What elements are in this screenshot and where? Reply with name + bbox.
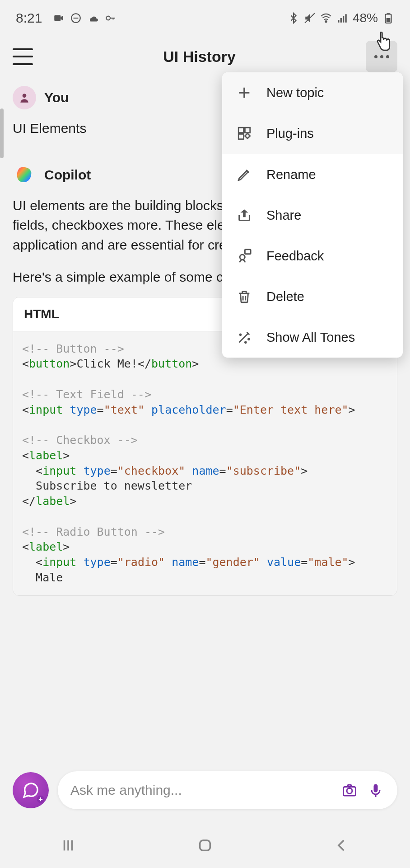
code-language-label: HTML xyxy=(24,307,59,321)
svg-rect-19 xyxy=(245,127,250,132)
menu-label: Feedback xyxy=(266,249,324,264)
nav-recent-icon[interactable] xyxy=(59,836,77,854)
android-navbar xyxy=(0,823,410,868)
code-body: <!-- Button --> <button>Click Me!</butto… xyxy=(13,331,397,595)
svg-rect-0 xyxy=(55,15,61,21)
input-bar: Ask me anything... xyxy=(0,771,410,809)
user-name: You xyxy=(44,90,69,105)
battery-pct: 48% xyxy=(353,11,378,25)
svg-rect-11 xyxy=(345,14,346,22)
svg-point-27 xyxy=(245,342,246,343)
svg-point-26 xyxy=(248,339,250,340)
nav-back-icon[interactable] xyxy=(333,836,351,854)
status-bar: 8:21 48% xyxy=(0,0,410,36)
options-menu: New topic Plug-ins Rename Share Feedback… xyxy=(222,72,403,358)
plus-icon xyxy=(236,84,253,101)
app-header: UI History xyxy=(0,36,410,77)
chat-input[interactable]: Ask me anything... xyxy=(58,771,397,809)
new-topic-fab[interactable] xyxy=(13,772,49,808)
svg-point-32 xyxy=(347,788,352,794)
nav-home-icon[interactable] xyxy=(196,836,214,854)
page-title: UI History xyxy=(33,48,366,66)
mic-icon[interactable] xyxy=(367,781,385,799)
menu-label: Show All Tones xyxy=(266,330,355,345)
menu-item-new-topic[interactable]: New topic xyxy=(222,72,403,113)
wifi-icon xyxy=(320,12,332,24)
cursor-icon xyxy=(374,32,392,57)
svg-rect-9 xyxy=(340,18,342,23)
menu-label: New topic xyxy=(266,85,324,100)
battery-icon xyxy=(382,12,394,24)
menu-item-show-tones[interactable]: Show All Tones xyxy=(222,317,403,358)
svg-point-7 xyxy=(325,21,326,22)
menu-label: Share xyxy=(266,208,301,223)
share-icon xyxy=(236,207,253,224)
wand-icon xyxy=(236,329,253,346)
svg-rect-20 xyxy=(238,134,243,139)
assistant-name: Copilot xyxy=(44,167,91,183)
menu-item-rename[interactable]: Rename xyxy=(222,154,403,195)
svg-rect-14 xyxy=(387,18,391,22)
svg-rect-38 xyxy=(200,840,210,851)
camera-icon xyxy=(53,12,65,24)
bluetooth-icon xyxy=(288,12,299,24)
menu-item-feedback[interactable]: Feedback xyxy=(222,236,403,276)
cloud-icon xyxy=(87,12,99,24)
svg-point-25 xyxy=(240,334,241,335)
svg-rect-22 xyxy=(245,250,251,254)
status-time: 8:21 xyxy=(16,10,42,26)
signal-icon xyxy=(336,12,348,24)
svg-point-15 xyxy=(23,94,27,98)
camera-input-icon[interactable] xyxy=(340,781,359,799)
chat-input-placeholder: Ask me anything... xyxy=(70,783,332,798)
user-avatar-icon xyxy=(13,86,36,109)
pencil-icon xyxy=(236,166,253,183)
svg-rect-13 xyxy=(387,13,390,14)
key-icon xyxy=(104,12,116,24)
svg-point-3 xyxy=(107,16,111,20)
svg-rect-8 xyxy=(338,20,339,22)
menu-label: Delete xyxy=(266,289,304,304)
svg-point-21 xyxy=(240,255,245,259)
mute-icon xyxy=(304,12,316,24)
plugins-icon xyxy=(236,125,253,142)
menu-item-delete[interactable]: Delete xyxy=(222,276,403,317)
dnd-icon xyxy=(70,12,82,24)
menu-label: Plug-ins xyxy=(266,126,314,141)
copilot-avatar-icon xyxy=(13,163,36,187)
scrollbar[interactable] xyxy=(0,108,4,158)
trash-icon xyxy=(236,288,253,305)
svg-rect-33 xyxy=(374,784,378,793)
menu-button[interactable] xyxy=(13,47,33,67)
svg-rect-10 xyxy=(343,16,344,23)
svg-rect-18 xyxy=(238,127,243,132)
menu-item-plugins[interactable]: Plug-ins xyxy=(222,113,403,154)
feedback-icon xyxy=(236,247,253,264)
menu-label: Rename xyxy=(266,167,316,182)
menu-item-share[interactable]: Share xyxy=(222,195,403,236)
